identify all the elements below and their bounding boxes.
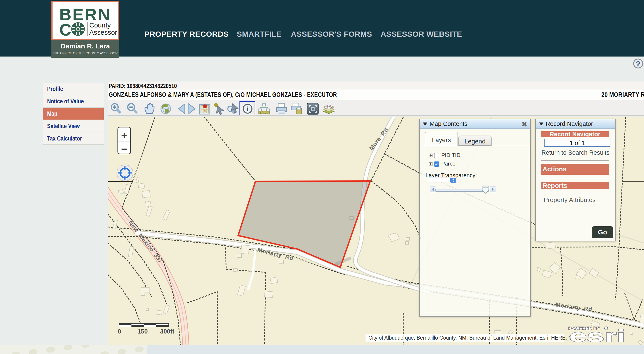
svg-text:300ft: 300ft <box>160 328 174 335</box>
svg-text:0: 0 <box>118 328 121 335</box>
svg-text:esri: esri <box>569 326 626 345</box>
svg-text:City of Albuquerque, Bernalill: City of Albuquerque, Bernalillo County, … <box>368 335 580 341</box>
svg-text:150: 150 <box>138 328 148 335</box>
